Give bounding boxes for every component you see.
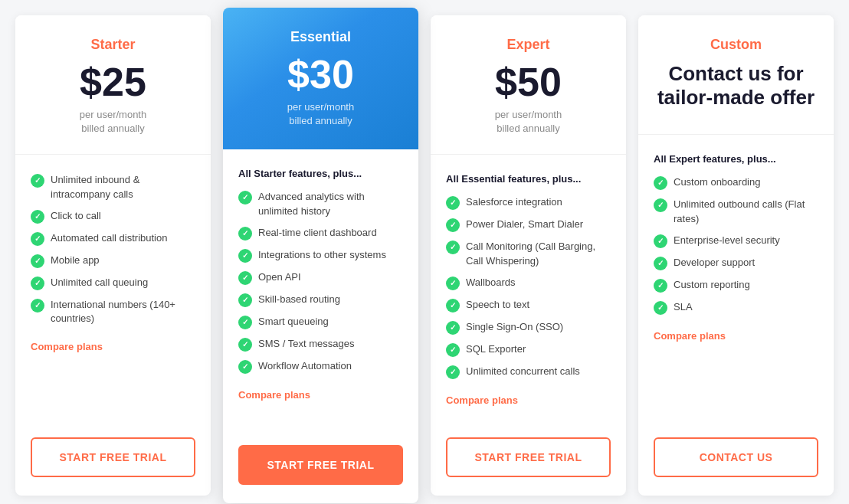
check-icon: [446, 365, 460, 379]
cta-button-starter[interactable]: START FREE TRIAL: [31, 437, 195, 477]
check-icon: [654, 198, 667, 212]
plan-features-custom: All Expert features, plus...Custom onboa…: [638, 134, 834, 424]
check-icon: [31, 299, 44, 313]
check-icon: [238, 271, 252, 285]
plan-price-starter: $25: [34, 62, 192, 102]
feature-item: Workflow Automation: [238, 359, 403, 374]
feature-text: Speech to text: [466, 298, 529, 312]
cta-button-expert[interactable]: START FREE TRIAL: [446, 437, 611, 477]
plan-header-expert: Expert$50per user/monthbilled annually: [431, 15, 626, 154]
check-icon: [446, 343, 460, 357]
plan-header-essential: Essential$30per user/monthbilled annuall…: [223, 8, 418, 149]
check-icon: [31, 277, 44, 290]
feature-text: Open API: [258, 270, 301, 284]
check-icon: [31, 254, 44, 268]
feature-item: Open API: [238, 270, 403, 285]
feature-text: Automated call distribution: [51, 231, 167, 245]
feature-text: Unlimited inbound & intracompany calls: [51, 173, 195, 201]
plan-features-essential: All Starter features, plus...Advanced an…: [223, 149, 418, 432]
check-icon: [31, 210, 44, 224]
feature-item: Unlimited inbound & intracompany calls: [31, 173, 195, 201]
feature-text: Developer support: [674, 256, 755, 270]
feature-item: Mobile app: [31, 254, 195, 268]
feature-text: Single Sign-On (SSO): [466, 320, 563, 334]
check-icon: [654, 234, 667, 248]
feature-item: Real-time client dashboard: [238, 226, 403, 241]
plan-card-essential: Essential$30per user/monthbilled annuall…: [223, 8, 418, 503]
plan-feature-intro-essential: All Starter features, plus...: [238, 168, 403, 179]
feature-item: Unlimited outbound calls (Flat rates): [654, 198, 818, 225]
feature-item: Click to call: [31, 209, 195, 224]
cta-button-essential[interactable]: START FREE TRIAL: [238, 445, 403, 485]
feature-text: Enterprise-level security: [674, 234, 780, 247]
plan-period-essential: per user/monthbilled annually: [241, 100, 400, 128]
check-icon: [446, 299, 460, 313]
feature-text: Workflow Automation: [258, 359, 352, 373]
compare-plans-link-expert[interactable]: Compare plans: [446, 394, 518, 406]
feature-text: Advanced analytics with unlimited histor…: [258, 190, 403, 218]
pricing-grid: Starter$25per user/monthbilled annuallyU…: [15, 15, 834, 496]
feature-text: Unlimited concurrent calls: [466, 365, 580, 378]
feature-item: Developer support: [654, 256, 818, 270]
compare-plans-link-custom[interactable]: Compare plans: [654, 330, 726, 342]
feature-text: Mobile app: [51, 254, 100, 267]
feature-item: Salesforce integration: [446, 195, 611, 210]
plan-footer-essential: START FREE TRIAL: [223, 433, 418, 503]
feature-text: Skill-based routing: [258, 293, 340, 306]
feature-item: Custom reporting: [654, 278, 818, 293]
plan-footer-starter: START FREE TRIAL: [15, 425, 211, 496]
plan-header-custom: CustomContact us for tailor-made offer: [638, 15, 834, 134]
plan-card-custom: CustomContact us for tailor-made offerAl…: [638, 15, 834, 496]
feature-text: Custom reporting: [674, 278, 750, 292]
check-icon: [446, 218, 460, 232]
cta-button-custom[interactable]: CONTACT US: [654, 437, 818, 477]
feature-item: SMS / Text messages: [238, 337, 403, 352]
plan-name-expert: Expert: [449, 37, 608, 53]
plan-period-starter: per user/monthbilled annually: [34, 108, 192, 136]
plan-period-expert: per user/monthbilled annually: [449, 108, 608, 136]
check-icon: [238, 249, 252, 263]
check-icon: [238, 338, 252, 352]
feature-item: Call Monitoring (Call Barging, Call Whis…: [446, 240, 611, 267]
check-icon: [654, 176, 667, 190]
check-icon: [654, 257, 667, 270]
check-icon: [31, 174, 44, 188]
feature-item: Custom onboarding: [654, 175, 818, 190]
feature-text: Integrations to other systems: [258, 248, 386, 262]
plan-name-custom: Custom: [657, 37, 815, 53]
plan-name-starter: Starter: [34, 37, 192, 53]
feature-item: SLA: [654, 300, 818, 315]
feature-text: Real-time client dashboard: [258, 226, 377, 240]
plan-feature-intro-expert: All Essential features, plus...: [446, 173, 611, 185]
compare-plans-link-essential[interactable]: Compare plans: [238, 389, 310, 401]
feature-text: Custom onboarding: [674, 175, 760, 189]
feature-text: Click to call: [51, 209, 101, 223]
feature-text: Wallboards: [466, 276, 516, 290]
check-icon: [31, 232, 44, 246]
feature-item: Skill-based routing: [238, 293, 403, 307]
feature-item: Enterprise-level security: [654, 234, 818, 248]
feature-text: Call Monitoring (Call Barging, Call Whis…: [466, 240, 611, 267]
plan-footer-expert: START FREE TRIAL: [431, 425, 626, 496]
plan-features-expert: All Essential features, plus...Salesforc…: [431, 154, 626, 424]
feature-item: International numbers (140+ countries): [31, 298, 195, 326]
feature-item: Unlimited call queuing: [31, 276, 195, 290]
feature-text: SLA: [674, 300, 693, 314]
check-icon: [446, 196, 460, 210]
check-icon: [446, 277, 460, 290]
check-icon: [446, 241, 460, 254]
plan-footer-custom: CONTACT US: [638, 425, 834, 496]
feature-text: Smart queueing: [258, 315, 329, 329]
feature-item: Automated call distribution: [31, 231, 195, 246]
feature-text: Salesforce integration: [466, 195, 562, 209]
feature-text: Unlimited call queuing: [51, 276, 148, 290]
check-icon: [238, 191, 252, 205]
check-icon: [654, 279, 667, 293]
feature-item: Smart queueing: [238, 315, 403, 329]
feature-text: SQL Exporter: [466, 342, 526, 356]
plan-feature-intro-custom: All Expert features, plus...: [654, 153, 818, 165]
compare-plans-link-starter[interactable]: Compare plans: [31, 341, 103, 352]
plan-price-expert: $50: [449, 62, 608, 102]
plan-price-custom-custom: Contact us for tailor-made offer: [657, 62, 815, 110]
check-icon: [654, 301, 667, 315]
